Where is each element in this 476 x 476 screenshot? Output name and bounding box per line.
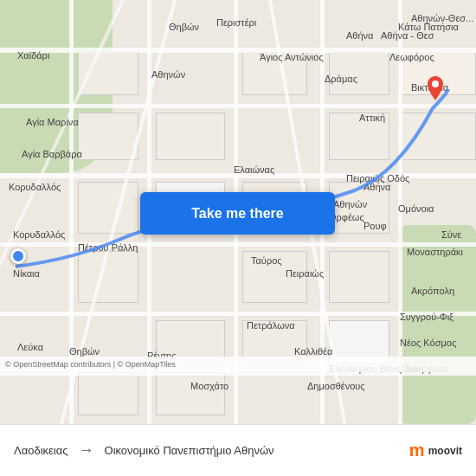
city-block [398, 113, 476, 160]
svg-point-0 [432, 80, 439, 87]
city-block [78, 113, 138, 160]
city-block [242, 52, 307, 95]
route-arrow: → [79, 441, 94, 460]
city-block [156, 372, 225, 415]
city-block [329, 251, 389, 303]
city-block [78, 372, 138, 415]
city-block [78, 251, 138, 303]
moovit-icon: m [409, 441, 425, 460]
origin-marker [10, 248, 26, 264]
city-block [156, 113, 225, 160]
footer: Λαοδικειας → Οικονομικό Πανεπιστήμιο Αθη… [0, 424, 476, 476]
city-block [78, 182, 138, 234]
destination-label: Οικονομικό Πανεπιστήμιο Αθηνών [105, 444, 274, 457]
moovit-logo: m moovit [409, 441, 462, 460]
attribution-text: © OpenStreetMap contributors | © OpenMap… [5, 360, 176, 369]
route-info: Λαοδικειας → Οικονομικό Πανεπιστήμιο Αθη… [14, 441, 409, 460]
take-me-there-button[interactable]: Take me there [140, 192, 335, 235]
city-block [329, 182, 389, 234]
origin-label: Λαοδικειας [14, 444, 68, 457]
city-block [242, 251, 307, 303]
city-block [329, 113, 389, 160]
map-container: ΧαϊδάριΑγία ΜαρίναΑγία ΒαρβάραΚορυδαλλός… [0, 0, 476, 424]
attribution-bar: © OpenStreetMap contributors | © OpenMap… [0, 357, 476, 372]
destination-marker [428, 76, 443, 100]
moovit-brand: moovit [428, 445, 462, 457]
park-right [398, 225, 476, 424]
city-block [329, 52, 389, 95]
